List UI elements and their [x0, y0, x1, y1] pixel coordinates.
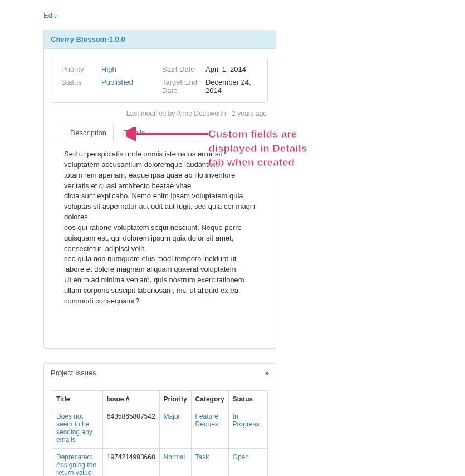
tabs-container: Description Details: [52, 123, 268, 141]
table-row: Does not seem to be sending any emails64…: [52, 408, 268, 448]
desc-line: Ut enim ad minima veniam, quis nostrum e…: [64, 275, 256, 307]
release-panel-body: Priority High Status Published Start Dat…: [44, 49, 276, 348]
status-link[interactable]: Open: [233, 453, 249, 461]
col-category: Category: [191, 390, 228, 408]
release-panel-header: Cherry Blossom-1.0.0: [44, 30, 276, 49]
issues-table: Title Issue # Priority Category Status D…: [52, 390, 268, 476]
cell-issue-number: 1974214993668: [102, 448, 159, 476]
desc-line: totam rem aperiam, eaque ipsa quae ab il…: [64, 170, 256, 192]
priority-label: Priority: [61, 65, 101, 73]
col-priority: Priority: [159, 390, 191, 408]
cell-issue-number: 6435865807542: [102, 408, 159, 448]
col-status: Status: [228, 390, 267, 408]
cell-status: In Progress: [228, 408, 267, 448]
col-issue: Issue #: [102, 390, 159, 408]
desc-line: eos qui ratione voluptatem sequi nesciun…: [64, 223, 256, 254]
release-panel: Cherry Blossom-1.0.0 Priority High Statu…: [43, 30, 276, 349]
cell-priority: Major: [159, 408, 191, 448]
issue-title-link[interactable]: Deprecated: Assigning the return value o…: [56, 453, 96, 476]
breadcrumb-caret-icon: ›: [57, 13, 58, 19]
priority-link[interactable]: Normal: [164, 453, 185, 461]
table-row: Deprecated: Assigning the return value o…: [52, 448, 268, 476]
project-issues-header: Project Issues »: [44, 364, 276, 382]
desc-line: Sed ut perspiciatis unde omnis iste natu…: [64, 149, 256, 170]
priority-value[interactable]: High: [101, 65, 116, 73]
cell-title: Deprecated: Assigning the return value o…: [52, 448, 103, 476]
table-header-row: Title Issue # Priority Category Status: [52, 390, 268, 408]
tab-description[interactable]: Description: [63, 124, 114, 141]
issue-title-link[interactable]: Does not seem to be sending any emails: [56, 413, 92, 444]
cell-title: Does not seem to be sending any emails: [52, 408, 103, 448]
start-date-value: April 1, 2014: [205, 65, 258, 73]
description-content: Sed ut perspiciatis unde omnis iste natu…: [52, 141, 268, 340]
release-title-link[interactable]: Cherry Blossom-1.0.0: [51, 35, 125, 43]
expand-icon[interactable]: »: [265, 369, 269, 377]
target-end-label: Target End Date: [162, 78, 205, 95]
start-date-label: Start Date: [162, 65, 205, 73]
status-link[interactable]: In Progress: [233, 413, 260, 428]
desc-line: sed quia non numquam eius modi tempora i…: [64, 254, 256, 275]
col-title: Title: [52, 390, 103, 408]
edit-label: Edit: [43, 11, 56, 19]
project-issues-panel: Project Issues » Title Issue # Priority …: [43, 363, 276, 476]
edit-link[interactable]: Edit: [43, 11, 56, 19]
project-issues-title: Project Issues: [51, 369, 96, 377]
cell-category: Task: [191, 448, 228, 476]
cell-priority: Normal: [159, 448, 191, 476]
status-label: Status: [61, 78, 101, 86]
cell-category: Feature Request: [191, 408, 228, 448]
priority-link[interactable]: Major: [164, 413, 180, 420]
last-modified-text: Last modified by Anne Dodsworth - 2 year…: [52, 110, 267, 117]
desc-line: dicta sunt explicabo. Nemo enim ipsam vo…: [64, 191, 256, 223]
target-end-value: December 24, 2014: [205, 78, 258, 95]
release-info-box: Priority High Status Published Start Dat…: [52, 57, 268, 103]
status-value[interactable]: Published: [101, 78, 133, 86]
category-link[interactable]: Feature Request: [195, 413, 221, 428]
cell-status: Open: [228, 448, 267, 476]
category-link[interactable]: Task: [195, 453, 209, 461]
tab-details[interactable]: Details: [116, 124, 153, 141]
project-issues-body: Title Issue # Priority Category Status D…: [44, 382, 276, 476]
